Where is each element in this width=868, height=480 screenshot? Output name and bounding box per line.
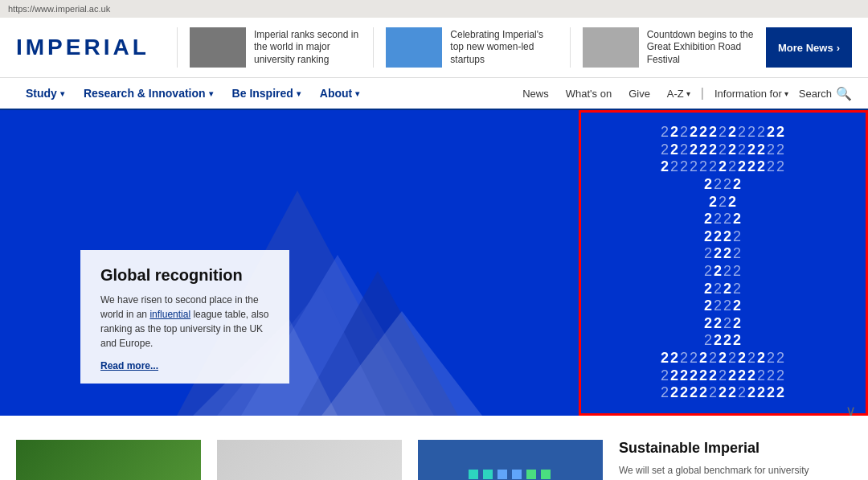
nav-give[interactable]: Give xyxy=(622,77,657,109)
header: IMPERIAL Imperial ranks second in the wo… xyxy=(0,18,868,78)
sustainable-desc: We will set a global benchmark for unive… xyxy=(619,463,852,480)
main-nav: Study ▾ Research & Innovation ▾ Be Inspi… xyxy=(0,78,868,110)
more-news-button[interactable]: More News › xyxy=(766,27,852,68)
news-text-1: Imperial ranks second in the world in ma… xyxy=(254,29,361,67)
grid-pattern xyxy=(469,470,553,481)
bottom-image-1 xyxy=(16,440,201,480)
news-item-1[interactable]: Imperial ranks second in the world in ma… xyxy=(177,27,373,68)
search-label: Search xyxy=(799,88,832,100)
chevron-down-icon: ▾ xyxy=(297,89,301,98)
news-thumb-1 xyxy=(190,27,246,68)
sustainable-section: Sustainable Imperial We will set a globa… xyxy=(619,440,852,480)
nav-news[interactable]: News xyxy=(516,77,555,109)
search-area: Search 🔍 xyxy=(799,86,852,101)
arrow-icon: › xyxy=(837,42,840,54)
news-item-2[interactable]: Celebrating Imperial's top new women-led… xyxy=(373,27,569,68)
browser-url: https://www.imperial.ac.uk xyxy=(8,4,110,14)
news-text-2: Celebrating Imperial's top new women-led… xyxy=(450,29,557,67)
news-text-3: Countdown begins to the Great Exhibition… xyxy=(647,29,754,67)
chevron-down-icon: ▾ xyxy=(686,89,690,98)
search-icon[interactable]: 🔍 xyxy=(836,86,852,101)
recognition-box: Global recognition We have risen to seco… xyxy=(80,250,289,384)
recognition-title: Global recognition xyxy=(100,266,269,285)
news-thumb-3 xyxy=(583,27,639,68)
nav-left: Study ▾ Research & Innovation ▾ Be Inspi… xyxy=(16,77,516,109)
nav-about[interactable]: About ▾ xyxy=(310,77,369,109)
twos-pattern-section: 2222222222222 2222222222222 222222222222… xyxy=(579,110,868,416)
nav-divider: | xyxy=(701,86,704,101)
chevron-down-icon: ▾ xyxy=(60,89,64,98)
nav-be-inspired[interactable]: Be Inspired ▾ xyxy=(223,77,310,109)
nav-az[interactable]: A-Z ▾ xyxy=(661,77,697,109)
read-more-link[interactable]: Read more... xyxy=(100,360,269,371)
chevron-down-icon: ▾ xyxy=(355,89,359,98)
scroll-down-icon[interactable]: ∨ xyxy=(845,402,856,420)
recognition-text: We have risen to second place in the wor… xyxy=(100,293,269,351)
logo[interactable]: IMPERIAL xyxy=(16,35,177,60)
hero-section: 2222222222222 2222222222222 222222222222… xyxy=(0,110,868,416)
sustainable-title: Sustainable Imperial xyxy=(619,440,852,457)
nav-research[interactable]: Research & Innovation ▾ xyxy=(74,77,223,109)
nav-whats-on[interactable]: What's on xyxy=(559,77,618,109)
news-item-3[interactable]: Countdown begins to the Great Exhibition… xyxy=(570,27,766,68)
news-thumb-2 xyxy=(386,27,442,68)
bottom-image-3 xyxy=(418,440,603,480)
bottom-image-2 xyxy=(217,440,402,480)
bottom-section: Sustainable Imperial We will set a globa… xyxy=(0,424,868,480)
chevron-down-icon: ▾ xyxy=(209,89,213,98)
chevron-down-icon: ▾ xyxy=(784,89,788,98)
news-items: Imperial ranks second in the world in ma… xyxy=(177,27,766,68)
nav-study[interactable]: Study ▾ xyxy=(16,77,74,109)
browser-bar: https://www.imperial.ac.uk xyxy=(0,0,868,18)
nav-information-for[interactable]: Information for ▾ xyxy=(708,77,795,109)
influential-link[interactable]: influential xyxy=(149,309,190,320)
scroll-area: ∨ xyxy=(0,416,868,424)
nav-right: News What's on Give A-Z ▾ | Information … xyxy=(516,77,852,109)
